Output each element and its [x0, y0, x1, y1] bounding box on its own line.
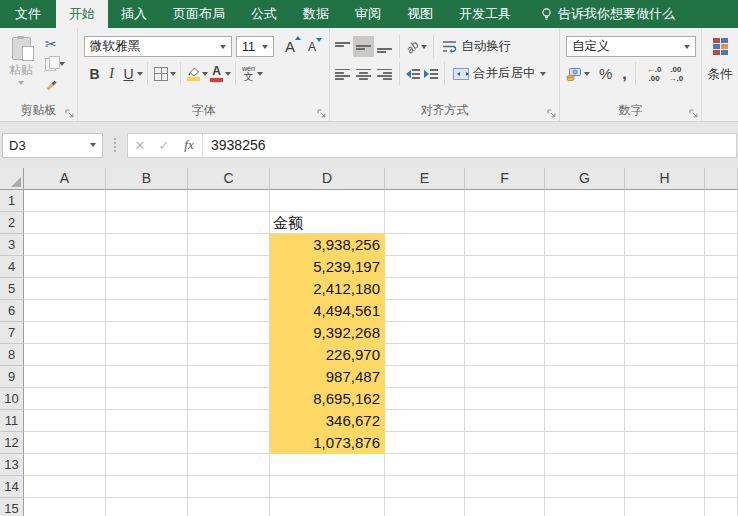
cell-partial-8[interactable] [705, 344, 738, 366]
insert-function-button[interactable]: fx [176, 137, 202, 153]
cell-C8[interactable] [188, 344, 270, 366]
cell-C10[interactable] [188, 388, 270, 410]
cell-B6[interactable] [106, 300, 188, 322]
cell-D4[interactable]: 5,239,197 [270, 256, 385, 278]
number-dialog-launcher[interactable] [689, 109, 698, 118]
formula-input[interactable]: 3938256 [203, 137, 266, 153]
cell-B14[interactable] [106, 476, 188, 498]
cell-G1[interactable] [545, 190, 625, 212]
cell-E9[interactable] [385, 366, 465, 388]
tab-view[interactable]: 视图 [394, 0, 446, 28]
cell-F9[interactable] [465, 366, 545, 388]
cell-D10[interactable]: 8,695,162 [270, 388, 385, 410]
cell-partial-7[interactable] [705, 322, 738, 344]
cell-G13[interactable] [545, 454, 625, 476]
merge-center-caret[interactable] [540, 72, 546, 76]
font-dialog-launcher[interactable] [317, 109, 326, 118]
cell-F5[interactable] [465, 278, 545, 300]
cell-E1[interactable] [385, 190, 465, 212]
cell-D9[interactable]: 987,487 [270, 366, 385, 388]
cell-A4[interactable] [24, 256, 106, 278]
cell-F3[interactable] [465, 234, 545, 256]
row-header-5[interactable]: 5 [0, 278, 24, 300]
cell-C4[interactable] [188, 256, 270, 278]
cell-C12[interactable] [188, 432, 270, 454]
cell-B11[interactable] [106, 410, 188, 432]
cell-H1[interactable] [625, 190, 705, 212]
cell-A13[interactable] [24, 454, 106, 476]
cell-F8[interactable] [465, 344, 545, 366]
merge-center-button[interactable]: 合并后居中 [453, 65, 546, 82]
cell-H4[interactable] [625, 256, 705, 278]
cell-F4[interactable] [465, 256, 545, 278]
cell-F15[interactable] [465, 498, 545, 516]
cell-G8[interactable] [545, 344, 625, 366]
cell-E11[interactable] [385, 410, 465, 432]
cell-B3[interactable] [106, 234, 188, 256]
cell-B4[interactable] [106, 256, 188, 278]
align-bottom-button[interactable] [374, 36, 395, 57]
cell-F2[interactable] [465, 212, 545, 234]
phonetic-caret[interactable] [257, 72, 263, 76]
column-header-H[interactable]: H [625, 168, 705, 190]
column-header-D[interactable]: D [270, 168, 385, 190]
row-header-3[interactable]: 3 [0, 234, 24, 256]
column-header-E[interactable]: E [385, 168, 465, 190]
cell-partial-15[interactable] [705, 498, 738, 516]
align-right-button[interactable] [374, 63, 395, 84]
name-box[interactable]: D3 [2, 133, 103, 158]
cell-partial-3[interactable] [705, 234, 738, 256]
cell-H9[interactable] [625, 366, 705, 388]
cell-D12[interactable]: 1,073,876 [270, 432, 385, 454]
font-color-caret[interactable] [225, 72, 231, 76]
cell-G5[interactable] [545, 278, 625, 300]
cell-D13[interactable] [270, 454, 385, 476]
accounting-format-button[interactable] [566, 67, 590, 81]
cell-C9[interactable] [188, 366, 270, 388]
paste-dropdown-caret[interactable] [18, 81, 24, 85]
cell-E4[interactable] [385, 256, 465, 278]
alignment-dialog-launcher[interactable] [547, 109, 556, 118]
column-header-A[interactable]: A [24, 168, 106, 190]
cell-A2[interactable] [24, 212, 106, 234]
cell-partial-2[interactable] [705, 212, 738, 234]
row-header-11[interactable]: 11 [0, 410, 24, 432]
fill-color-button[interactable] [187, 67, 200, 81]
tab-file[interactable]: 文件 [0, 0, 56, 28]
row-header-14[interactable]: 14 [0, 476, 24, 498]
cell-E5[interactable] [385, 278, 465, 300]
cell-F1[interactable] [465, 190, 545, 212]
cell-D14[interactable] [270, 476, 385, 498]
row-header-13[interactable]: 13 [0, 454, 24, 476]
cell-D8[interactable]: 226,970 [270, 344, 385, 366]
cell-G9[interactable] [545, 366, 625, 388]
tab-page-layout[interactable]: 页面布局 [160, 0, 238, 28]
cell-H15[interactable] [625, 498, 705, 516]
align-left-button[interactable] [332, 63, 353, 84]
accounting-caret[interactable] [584, 72, 590, 76]
cell-A8[interactable] [24, 344, 106, 366]
cell-C5[interactable] [188, 278, 270, 300]
cell-H3[interactable] [625, 234, 705, 256]
cell-F13[interactable] [465, 454, 545, 476]
cell-D2[interactable]: 金额 [270, 212, 385, 234]
column-header-partial[interactable] [705, 168, 738, 190]
cell-A10[interactable] [24, 388, 106, 410]
clipboard-dialog-launcher[interactable] [65, 109, 74, 118]
italic-button[interactable]: I [103, 67, 120, 81]
cell-E13[interactable] [385, 454, 465, 476]
cell-partial-4[interactable] [705, 256, 738, 278]
cell-E10[interactable] [385, 388, 465, 410]
cell-D11[interactable]: 346,672 [270, 410, 385, 432]
cell-H7[interactable] [625, 322, 705, 344]
align-top-button[interactable] [332, 36, 353, 57]
cell-H13[interactable] [625, 454, 705, 476]
cell-B5[interactable] [106, 278, 188, 300]
cell-C3[interactable] [188, 234, 270, 256]
cell-C14[interactable] [188, 476, 270, 498]
cell-G11[interactable] [545, 410, 625, 432]
cell-H5[interactable] [625, 278, 705, 300]
row-header-15[interactable]: 15 [0, 498, 24, 516]
bold-button[interactable]: B [86, 67, 103, 81]
font-name-combo[interactable]: 微软雅黑 [84, 36, 232, 57]
